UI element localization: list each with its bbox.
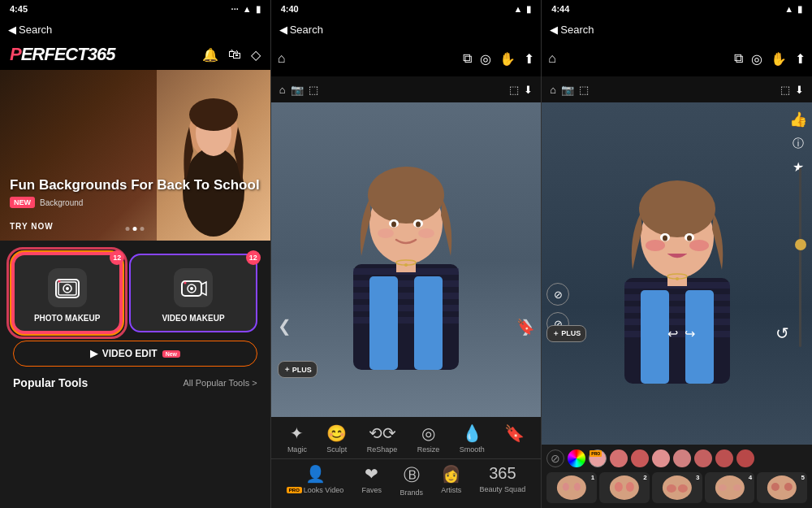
pro-badge-looks: PRO [287,487,302,493]
video-edit-button[interactable]: ▶ VIDEO EDIT New [13,341,257,367]
plus-badge-2[interactable]: ＋ PLUS [278,361,317,378]
cs6[interactable] [715,449,733,467]
undo-icon-3[interactable]: ↩ [667,326,678,341]
plus-badge-3[interactable]: ＋ PLUS [546,325,586,342]
wifi-icon-3: ▲ [784,4,793,14]
battery-icon: ▮ [256,4,261,15]
bag-icon[interactable]: 🛍 [228,47,241,63]
promo-banner[interactable]: Fun Backgrounds For Back To School NEW B… [0,70,270,241]
tool-resize[interactable]: ◎ Resize [417,423,440,454]
color-wheel[interactable] [568,449,585,467]
brands[interactable]: Ⓑ Brands [400,464,423,497]
camera-sub-icon-2[interactable]: 📷 [291,84,304,96]
cs2[interactable] [631,449,649,467]
all-popular-link[interactable]: All Popular Tools > [183,378,257,388]
preset-2[interactable]: 2 [599,472,650,503]
svg-rect-34 [624,294,730,301]
download-icon-2[interactable]: ⬇ [524,84,533,96]
home-sub-icon-2[interactable]: ⌂ [279,84,286,96]
cs4[interactable] [673,449,691,467]
status-bar-3: 4:44 ▲ ▮ [542,0,812,18]
back-button-2[interactable]: ◀ Search [279,24,323,36]
panel-3: 4:44 ▲ ▮ ◀ Search ⌂ ⧉ ◎ ✋ ⬆ ⌂ 📷 ⬚ ⬚ [542,0,812,508]
diamond-icon[interactable]: ◇ [251,47,261,63]
beauty-icon: 365 [489,464,516,483]
photo-makeup-label: PHOTO MAKEUP [34,314,101,323]
back-button-1[interactable]: ◀ Search [8,24,52,36]
upload-icon-2[interactable]: ⬆ [524,51,534,67]
resize-icon-3[interactable]: ⬚ [780,84,790,96]
plus-label-3: PLUS [561,329,581,337]
slash-color-icon[interactable]: ⊘ [546,449,564,467]
preset-svg-2 [599,472,650,503]
artists[interactable]: 👩 Artists [441,464,461,497]
toolbar-right-3: ⧉ ◎ ✋ ⬆ [734,51,806,67]
home-sub-icon-3[interactable]: ⌂ [550,84,556,96]
undo-redo-3: ↩ ↪ [667,326,695,341]
back-button-3[interactable]: ◀ Search [550,24,594,36]
video-makeup-label: VIDEO MAKEUP [162,314,224,323]
try-now-button[interactable]: TRY NOW [10,222,54,231]
copy-icon-2[interactable]: ⧉ [463,51,472,66]
svg-point-11 [190,287,193,290]
face-icon-3[interactable]: ◎ [751,51,762,67]
right-slider[interactable] [793,167,807,347]
girl-figure-2 [313,118,499,402]
cs3[interactable] [652,449,670,467]
tool-reshape[interactable]: ⟲⟳ ReShape [367,423,398,454]
resize-icon-2[interactable]: ⬚ [509,84,519,96]
slash-left-icon[interactable]: ⊘ [546,283,569,306]
color-swatch-pro[interactable]: PRO [589,449,607,467]
edit-sub-icon-3[interactable]: ⬚ [579,84,589,96]
svg-point-47 [646,240,665,251]
new-badge: NEW [10,197,35,208]
copy-icon-3[interactable]: ⧉ [734,51,743,66]
tool-sculpt[interactable]: 😊 Sculpt [326,423,347,454]
svg-point-27 [416,221,421,227]
panel-2: 4:40 ▲ ▮ ◀ Search ⌂ ⧉ ◎ ✋ ⬆ ⌂ 📷 ⬚ ⬚ [271,0,542,508]
cs5[interactable] [694,449,712,467]
looks-video[interactable]: 👤 PRO Looks Video [287,464,343,497]
photo-makeup-card[interactable]: 12 PHOTO MAKEUP [13,254,121,332]
preset-4[interactable]: 4 [705,472,755,503]
cs1[interactable] [610,449,628,467]
play-icon: ▶ [90,348,97,359]
cs7[interactable] [736,449,754,467]
thumbs-up-icon[interactable]: 👍 [789,111,807,128]
refresh-icon-3[interactable]: ↺ [775,323,789,343]
photo-area-3: 👍 ⓘ ★ ⊘ ⊘ ＋ PLUS ↩ ↪ [542,102,812,445]
bookmark-tool[interactable]: 🔖 [504,423,525,454]
video-makeup-card[interactable]: 12 VIDEO MAKEUP [129,254,257,332]
tool-smooth[interactable]: 💧 Smooth [460,423,485,454]
faves[interactable]: ❤ Faves [362,464,382,497]
beauty-squad[interactable]: 365 Beauty Squad [480,464,526,497]
svg-point-54 [610,475,639,500]
preset-svg-1 [546,472,597,503]
slider-thumb[interactable] [795,239,806,250]
face-icon-2[interactable]: ◎ [480,51,491,67]
bell-icon[interactable]: 🔔 [202,47,218,63]
svg-point-55 [615,482,623,492]
home-icon-2[interactable]: ⌂ [278,51,286,66]
toolbar-left-2: ⌂ [278,51,286,66]
redo-icon-3[interactable]: ↪ [685,326,695,341]
upload-icon-3[interactable]: ⬆ [795,51,806,67]
svg-point-8 [58,280,60,283]
camera-sub-icon-3[interactable]: 📷 [561,84,574,96]
edit-sub-icon-2[interactable]: ⬚ [309,84,318,96]
plus-label-2: PLUS [292,366,312,374]
svg-point-7 [66,287,69,290]
hand-icon-3[interactable]: ✋ [771,51,787,67]
bookmark-icon-2: 🔖 [504,423,525,443]
looks-label-wrap: PRO Looks Video [287,486,343,494]
bookmark-button-2[interactable]: 🔖 [516,318,534,336]
preset-3[interactable]: 3 [652,472,702,503]
preset-5[interactable]: 5 [757,472,807,503]
info-icon[interactable]: ⓘ [793,137,804,151]
home-icon-3[interactable]: ⌂ [548,51,556,66]
preset-1[interactable]: 1 [546,472,597,503]
download-icon-3[interactable]: ⬇ [795,84,804,96]
hand-icon-2[interactable]: ✋ [499,51,516,67]
prev-arrow[interactable]: ❮ [278,316,292,336]
tool-magic[interactable]: ✦ Magic [287,423,307,454]
